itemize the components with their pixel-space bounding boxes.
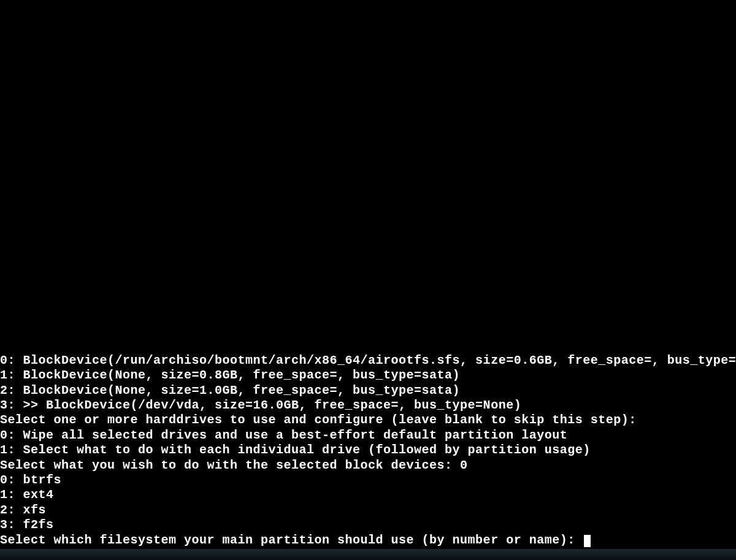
select-drives-prompt: Select one or more harddrives to use and… [0, 413, 736, 428]
drive-option-1: 1: Select what to do with each individua… [0, 443, 736, 458]
terminal-output: 0: BlockDevice(/run/archiso/bootmnt/arch… [0, 353, 736, 548]
filesystem-option-3: 3: f2fs [0, 518, 736, 532]
filesystem-option-1: 1: ext4 [0, 488, 736, 502]
block-device-line-1: 1: BlockDevice(None, size=0.8GB, free_sp… [0, 368, 736, 383]
cursor-icon [584, 535, 591, 547]
bottom-border [0, 549, 736, 560]
select-filesystem-prompt[interactable]: Select which filesystem your main partit… [0, 533, 736, 548]
filesystem-option-0: 0: btrfs [0, 473, 736, 488]
block-device-line-2: 2: BlockDevice(None, size=1.0GB, free_sp… [0, 383, 736, 398]
filesystem-option-2: 2: xfs [0, 503, 736, 518]
block-device-line-0: 0: BlockDevice(/run/archiso/bootmnt/arch… [0, 353, 736, 368]
drive-option-0: 0: Wipe all selected drives and use a be… [0, 428, 736, 443]
block-device-line-3: 3: >> BlockDevice(/dev/vda, size=16.0GB,… [0, 398, 736, 413]
select-action-prompt: Select what you wish to do with the sele… [0, 458, 736, 473]
